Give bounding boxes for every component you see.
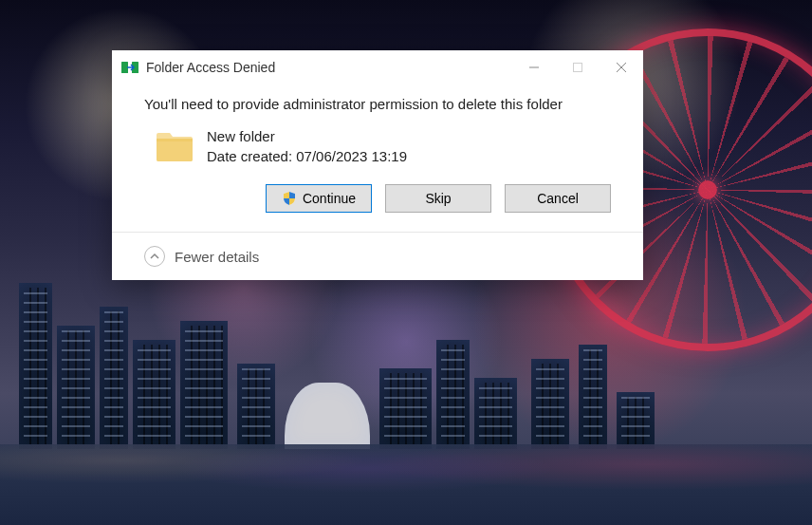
uac-shield-icon xyxy=(282,191,297,206)
chevron-up-icon xyxy=(144,246,165,267)
close-button[interactable] xyxy=(600,50,643,84)
continue-button-label: Continue xyxy=(303,191,356,206)
folder-access-denied-dialog: Folder Access Denied You'll need to prov… xyxy=(112,50,643,280)
folder-date-created: Date created: 07/06/2023 13:19 xyxy=(207,146,407,166)
svg-rect-3 xyxy=(574,64,582,72)
dialog-title: Folder Access Denied xyxy=(146,60,512,75)
svg-rect-0 xyxy=(121,62,128,73)
cancel-button-label: Cancel xyxy=(537,191,579,206)
folder-info-row: New folder Date created: 07/06/2023 13:1… xyxy=(144,125,611,167)
button-row: Continue Skip Cancel xyxy=(144,184,611,213)
dialog-body: You'll need to provide administrator per… xyxy=(112,84,643,232)
skip-button[interactable]: Skip xyxy=(385,184,491,213)
continue-button[interactable]: Continue xyxy=(266,184,372,213)
window-controls xyxy=(512,50,643,84)
details-toggle[interactable]: Fewer details xyxy=(112,232,643,280)
skip-button-label: Skip xyxy=(425,191,451,206)
file-operation-icon xyxy=(121,60,138,75)
titlebar[interactable]: Folder Access Denied xyxy=(112,50,643,84)
details-toggle-label: Fewer details xyxy=(175,249,259,265)
folder-name: New folder xyxy=(207,126,407,146)
maximize-button[interactable] xyxy=(556,50,600,84)
minimize-button[interactable] xyxy=(512,50,556,84)
cancel-button[interactable]: Cancel xyxy=(505,184,611,213)
folder-icon xyxy=(154,125,195,167)
permission-message: You'll need to provide administrator per… xyxy=(144,96,611,112)
